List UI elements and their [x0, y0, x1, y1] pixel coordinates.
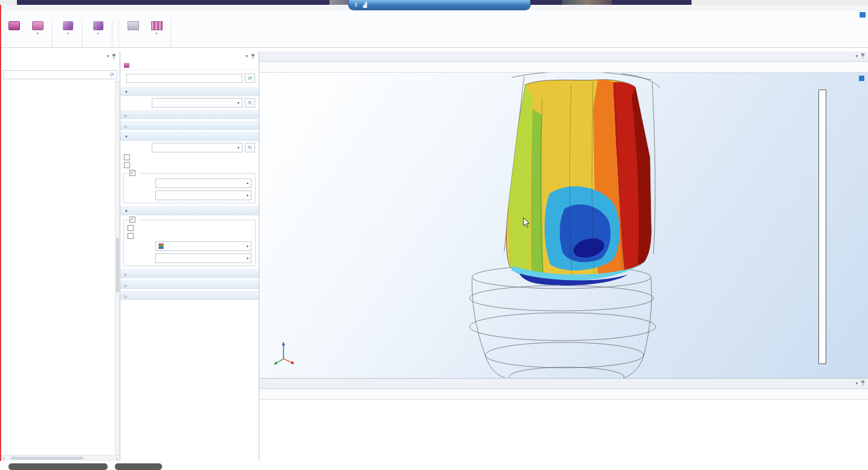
dataset-select[interactable]: ▼	[152, 98, 242, 108]
export-image-button[interactable]	[122, 20, 144, 31]
ribbon-group-select	[112, 19, 119, 47]
section-window-settings[interactable]: ▷	[120, 291, 259, 300]
panel-pin-icon[interactable]	[861, 53, 865, 59]
frame-select[interactable]: ▼	[155, 191, 251, 200]
plot-label-input[interactable]	[126, 74, 242, 83]
model-builder-toolbar	[1, 61, 120, 69]
more-plots-icon	[63, 21, 73, 30]
panel-menu-icon[interactable]: ▾	[245, 54, 248, 59]
graphics-tab-bar: ▾	[259, 51, 868, 62]
recording-border	[0, 5, 1, 461]
panel-pin-icon[interactable]	[251, 54, 255, 59]
show-legends-group: ▼ ▼	[123, 220, 256, 266]
isosurface-plot	[507, 80, 652, 286]
ribbon: ▾ ▾ ▾	[0, 19, 868, 48]
update-plot-icon[interactable]: ⟳	[245, 73, 255, 83]
show-hidden-entities-checkbox[interactable]	[124, 154, 130, 160]
ribbon-group-attributes: ▾	[82, 19, 112, 47]
section-data[interactable]: ▼	[120, 87, 259, 96]
legend-text-color-select[interactable]: ▼	[155, 253, 251, 263]
ribbon-group-add-plot: ▾	[52, 19, 82, 47]
information-tab-bar: ▾	[259, 379, 868, 389]
go-to-view-icon[interactable]: ⇱	[245, 143, 255, 152]
information-panel: ▾	[259, 378, 868, 462]
section-color-legend[interactable]: ▼	[120, 206, 259, 215]
tree-horizontal-scrollbar[interactable]: ◂▸	[1, 455, 120, 461]
settings-plot-button[interactable]	[120, 62, 259, 70]
tree-filter-input[interactable]	[6, 71, 109, 78]
panel-pin-icon[interactable]	[861, 380, 865, 386]
overlay-button	[115, 463, 162, 470]
model-builder-panel: ▾ ⟳ ˄ ◂▸	[1, 51, 120, 461]
plot-in-button[interactable]: ▾	[27, 20, 48, 35]
legend-position-icon	[158, 243, 164, 249]
panel-menu-icon[interactable]: ▾	[855, 54, 858, 59]
more-attributes-button[interactable]: ▾	[87, 20, 109, 35]
show-units-checkbox[interactable]	[128, 233, 134, 239]
export-animation-button[interactable]: ▾	[146, 20, 167, 35]
axis-triad	[270, 338, 299, 370]
section-number-format[interactable]: ▷	[120, 269, 259, 278]
animation-icon	[151, 21, 163, 30]
plot-in-icon	[32, 21, 44, 30]
background-thumbnail	[562, 0, 612, 5]
color-legend	[817, 90, 852, 368]
more-attributes-icon	[93, 21, 103, 30]
comsol-application-window: ⊼ ▟ ▾	[0, 0, 868, 470]
section-title[interactable]: ▷	[120, 121, 259, 130]
legend-position-select[interactable]: ▼	[155, 241, 251, 251]
graphics-toolbar	[259, 62, 868, 73]
go-to-source-icon[interactable]: ⇱	[245, 98, 255, 108]
ribbon-group-export: ▾	[119, 19, 171, 47]
ribbon-tab-bar	[0, 11, 868, 19]
tree-filter-box: ⟳	[4, 70, 117, 79]
plot-dataset-edges-group: ▼ ▼	[123, 173, 256, 203]
plot-dataset-edges-checkbox[interactable]	[129, 170, 135, 176]
graphics-panel: ▾	[259, 51, 868, 378]
evaluation-group-toolbar	[259, 389, 868, 400]
graphics-canvas[interactable]	[259, 73, 868, 378]
section-plot-settings[interactable]: ▼	[120, 132, 259, 141]
show-legends-checkbox[interactable]	[129, 217, 135, 223]
tree-vertical-scrollbar[interactable]: ˄	[115, 80, 120, 455]
edge-color-select[interactable]: ▼	[155, 178, 251, 188]
settings-panel: ▾ ⟳ ▼ ▼ ⇱ ▷ ▷ ▼ ▼ ⇱	[120, 51, 259, 461]
plot-button[interactable]	[3, 20, 25, 31]
signal-icon: ▟	[363, 2, 367, 8]
plot-dock-icon[interactable]	[859, 76, 864, 81]
pin-icon[interactable]: ⊼	[354, 2, 358, 8]
image-icon	[128, 21, 139, 30]
ribbon-group-plot: ▾	[0, 19, 52, 47]
more-plots-button[interactable]: ▾	[57, 20, 79, 35]
section-plot-array[interactable]: ▷	[120, 280, 259, 289]
view-select[interactable]: ▼	[152, 143, 242, 152]
overlay-toolbar	[8, 463, 108, 470]
propagate-hiding-checkbox[interactable]	[124, 162, 130, 168]
model-tree: ˄	[1, 80, 120, 455]
refresh-icon[interactable]: ⟳	[109, 72, 115, 77]
remote-desktop-bar: ⊼ ▟	[348, 0, 531, 10]
legend-bar	[818, 90, 826, 364]
panel-menu-icon[interactable]: ▾	[855, 381, 858, 386]
plot-icon	[8, 21, 20, 30]
show-max-min-checkbox[interactable]	[128, 225, 134, 231]
plot-icon	[124, 63, 129, 68]
panel-menu-icon[interactable]: ▾	[106, 54, 109, 59]
panel-pin-icon[interactable]	[112, 54, 116, 59]
section-selection[interactable]: ▷	[120, 110, 259, 119]
help-icon[interactable]	[860, 12, 866, 18]
